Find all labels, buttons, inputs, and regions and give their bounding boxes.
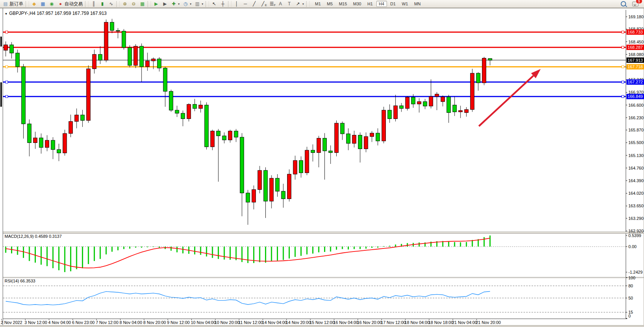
auto-scroll-button[interactable]: ▶ — [152, 0, 161, 8]
svg-text:4 Nov 04:00: 4 Nov 04:00 — [48, 320, 71, 325]
svg-text:10 Nov 04:00: 10 Nov 04:00 — [191, 320, 215, 325]
timeframe-mn-button[interactable]: MN — [411, 1, 423, 7]
notification-count-badge: 1 — [636, 0, 642, 4]
auto-scroll-icon: ▶ — [153, 1, 159, 7]
navigator-button[interactable]: ◉ — [47, 0, 56, 8]
timeframe-m30-button[interactable]: M30 — [350, 1, 364, 7]
chart-shift-button[interactable]: ▶ — [161, 0, 169, 8]
indicators-button[interactable]: ✚▾ — [169, 0, 181, 8]
svg-text:165.130: 165.130 — [628, 153, 644, 158]
vertical-line-icon: │ — [234, 1, 239, 7]
fibonacci-button[interactable]: ☰F — [267, 0, 276, 8]
svg-text:3 Nov 12:00: 3 Nov 12:00 — [24, 320, 47, 325]
svg-text:169.180: 169.180 — [628, 14, 644, 19]
chart-window-frame — [0, 8, 644, 327]
crosshair-button[interactable]: ┼ — [218, 0, 227, 8]
zoom-in-icon: ⊕ — [122, 1, 128, 7]
svg-text:14 Nov 20:00: 14 Nov 20:00 — [286, 320, 311, 325]
svg-text:7 Nov 12:00: 7 Nov 12:00 — [96, 320, 118, 325]
svg-text:50: 50 — [628, 296, 633, 300]
periods-icon: ◷ — [183, 1, 188, 7]
chart-canvas[interactable]: 169.180168.820168.450168.080167.710167.3… — [0, 0, 644, 327]
templates-dropdown-caret: ▾ — [202, 2, 203, 6]
equidistant-channel-button[interactable]: ╱E — [259, 0, 267, 8]
timeframe-d1-button[interactable]: D1 — [388, 1, 398, 7]
svg-text:165.500: 165.500 — [628, 140, 644, 145]
timeframe-m5-button[interactable]: M5 — [324, 1, 335, 7]
arrow-tools-dropdown-caret: ▾ — [302, 2, 304, 6]
arrow-tools-button[interactable]: ↗▾ — [294, 0, 305, 8]
zoom-out-icon: ⊖ — [131, 1, 137, 7]
horizontal-line-button[interactable]: ─ — [241, 0, 250, 8]
trendline-icon: ╱ — [251, 1, 257, 7]
toolbar-separator — [148, 1, 151, 7]
zoom-in-button[interactable]: ⊕ — [120, 0, 129, 8]
svg-text:14 Nov 04:00: 14 Nov 04:00 — [262, 320, 287, 325]
svg-text:167.718: 167.718 — [628, 64, 643, 69]
text-button[interactable]: A — [276, 0, 285, 8]
svg-text:166.849: 166.849 — [628, 94, 643, 99]
navigator-icon: ◉ — [49, 1, 55, 7]
zoom-out-button[interactable]: ⊖ — [129, 0, 138, 8]
timeframe-m15-button[interactable]: M15 — [336, 1, 350, 7]
timeframe-h4-button[interactable]: H4 — [376, 1, 387, 7]
svg-text:163.290: 163.290 — [628, 216, 644, 221]
timeframe-w1-button[interactable]: W1 — [399, 1, 411, 7]
tile-windows-icon: ▦ — [140, 1, 145, 7]
svg-text:10 Nov 20:00: 10 Nov 20:00 — [215, 320, 239, 325]
svg-text:168.450: 168.450 — [628, 40, 644, 44]
auto-trading-label: 自动交易 — [64, 1, 83, 7]
svg-text:164.760: 164.760 — [628, 166, 644, 170]
svg-text:8 Nov 20:00: 8 Nov 20:00 — [143, 320, 166, 325]
timeframe-toolbar: M1M5M15M30H1H4D1W1MN — [312, 1, 424, 7]
candlestick-mode-button[interactable]: ▮ — [98, 0, 107, 8]
svg-text:18 Nov 18:00: 18 Nov 18:00 — [428, 320, 453, 325]
cursor-button[interactable]: ↖ — [210, 0, 218, 8]
search-button[interactable] — [619, 0, 628, 8]
timeframe-h1-button[interactable]: H1 — [365, 1, 375, 7]
market-watch-icon: ▦ — [40, 1, 46, 7]
svg-text:RSI(14) 66.3533: RSI(14) 66.3533 — [5, 279, 35, 283]
svg-text:80: 80 — [628, 284, 633, 288]
periods-dropdown-caret: ▾ — [190, 2, 191, 6]
svg-text:MACD(12,26,9) 0.4589 0.3137: MACD(12,26,9) 0.4589 0.3137 — [5, 234, 62, 239]
trendline-button[interactable]: ╱ — [250, 0, 259, 8]
svg-text:168.287: 168.287 — [628, 45, 643, 50]
svg-text:162.920: 162.920 — [628, 229, 644, 233]
line-chart-mode-icon: ∿ — [108, 1, 114, 7]
bar-chart-mode-button[interactable]: ║ — [89, 0, 98, 8]
templates-button[interactable]: ▥▾ — [193, 0, 205, 8]
svg-text:21 Nov 04:00: 21 Nov 04:00 — [452, 320, 477, 325]
svg-text:163.650: 163.650 — [628, 204, 644, 208]
periods-button[interactable]: ◷▾ — [181, 0, 193, 8]
indicators-dropdown-caret: ▾ — [178, 2, 180, 6]
svg-text:100: 100 — [628, 276, 635, 280]
toolbar-separator — [306, 1, 310, 7]
line-chart-mode-button[interactable]: ∿ — [107, 0, 116, 8]
tile-windows-button[interactable]: ▦ — [138, 0, 147, 8]
svg-text:GBPJPY-,H4 167.957 167.959 16: GBPJPY-,H4 167.957 167.959 167.759 167.9… — [9, 11, 107, 16]
timeframe-m1-button[interactable]: M1 — [312, 1, 323, 7]
svg-text:166.230: 166.230 — [628, 115, 644, 120]
market-watch-button[interactable]: ▦ — [39, 0, 47, 8]
new-order-icon: ▤ — [3, 1, 8, 7]
auto-trading-button[interactable]: ●自动交易 — [56, 0, 84, 8]
notifications-button[interactable]: 1 — [631, 0, 640, 8]
text-label-button[interactable]: T — [285, 0, 294, 8]
new-order-label: 新订单 — [10, 1, 23, 7]
new-chart-icon: ◆ — [31, 1, 37, 7]
mt4-terminal-window: ▤新订单◆▦◉●自动交易║▮∿⊕⊖▦▶▶✚▾◷▾▥▾↖┼│─╱╱E☰FAT↗▾ … — [0, 0, 644, 327]
new-chart-button[interactable]: ◆ — [30, 0, 39, 8]
svg-text:11 Nov 12:00: 11 Nov 12:00 — [238, 320, 263, 325]
svg-text:165.870: 165.870 — [628, 128, 644, 132]
vertical-line-button[interactable]: │ — [232, 0, 241, 8]
svg-text:167.272: 167.272 — [628, 80, 643, 84]
toolbar-right-group: 1 — [619, 0, 644, 8]
toolbar-separator — [85, 1, 88, 7]
fibonacci-icon: ☰F — [269, 1, 275, 7]
svg-text:16 Nov 04:00: 16 Nov 04:00 — [333, 320, 358, 325]
svg-text:▼: ▼ — [5, 12, 8, 16]
new-order-button[interactable]: ▤新订单 — [1, 0, 25, 8]
svg-text:164.390: 164.390 — [628, 178, 644, 183]
chart-shift-icon: ▶ — [162, 1, 168, 7]
